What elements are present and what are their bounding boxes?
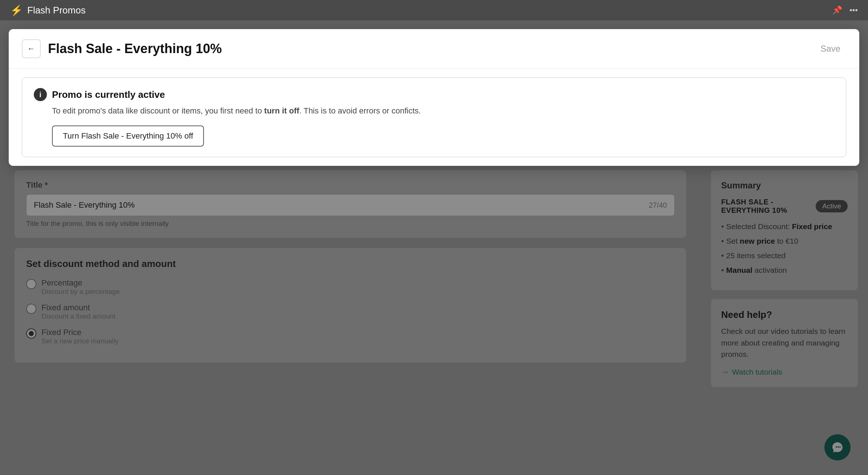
modal-card: ← Flash Sale - Everything 10% Save i Pro… (9, 29, 859, 166)
alert-box: i Promo is currently active To edit prom… (22, 77, 846, 157)
pin-icon[interactable]: 📌 (832, 5, 842, 15)
more-icon[interactable]: ••• (849, 5, 858, 15)
save-button[interactable]: Save (815, 41, 846, 57)
bolt-icon: ⚡ (10, 4, 23, 16)
app-title: Flash Promos (27, 5, 85, 16)
back-button[interactable]: ← (22, 39, 41, 58)
alert-description: To edit promo's data like discount or it… (52, 105, 834, 117)
modal-overlay: ← Flash Sale - Everything 10% Save i Pro… (0, 20, 868, 475)
back-icon: ← (27, 44, 35, 53)
alert-title-row: i Promo is currently active (34, 88, 834, 101)
modal-title: Flash Sale - Everything 10% (48, 41, 222, 56)
top-bar-left: ⚡ Flash Promos (10, 4, 85, 16)
info-icon: i (34, 88, 47, 101)
top-bar: ⚡ Flash Promos 📌 ••• (0, 0, 868, 20)
modal-header-left: ← Flash Sale - Everything 10% (22, 39, 222, 58)
top-bar-right: 📌 ••• (832, 5, 858, 15)
modal-header: ← Flash Sale - Everything 10% Save (9, 29, 859, 69)
turn-off-button[interactable]: Turn Flash Sale - Everything 10% off (52, 125, 204, 147)
alert-title: Promo is currently active (52, 89, 165, 100)
